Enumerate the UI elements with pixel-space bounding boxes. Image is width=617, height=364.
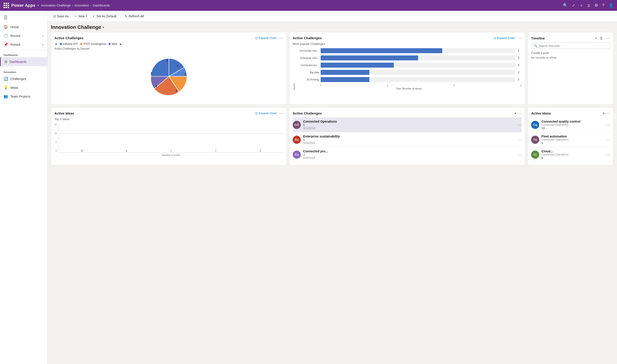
active-challenges-pie-card: Active Challenges ⊡ Expand Chart ⋯ ◄ Ind… bbox=[51, 32, 287, 104]
list-item-content: Connected quality control Connected Oper… bbox=[541, 120, 604, 130]
timeline-card: Timeline ＋ ⧖ ⋯ 🔍 Create a post No record… bbox=[528, 32, 613, 104]
list-item[interactable]: Cl Cloud... Connected Operations 6 ⋯ bbox=[531, 147, 610, 162]
card-more-icon[interactable]: ⋯ bbox=[606, 111, 610, 116]
avatar: Cl bbox=[531, 151, 539, 159]
card-header: Active Ideas ⊡ Expand Chart ⋯ bbox=[54, 111, 283, 116]
chevron-down-icon[interactable]: ▾ bbox=[603, 111, 604, 115]
legend-next-icon[interactable]: ► bbox=[119, 42, 122, 46]
avatar: Co bbox=[293, 151, 301, 159]
breadcrumb-challenge[interactable]: Innovation Challenge bbox=[41, 4, 71, 7]
add-icon[interactable]: ＋ bbox=[594, 35, 598, 41]
timeline-search-box[interactable]: 🔍 bbox=[531, 43, 610, 49]
refresh-icon: ↻ bbox=[125, 14, 127, 18]
ideas-icon: 💡 bbox=[4, 85, 8, 90]
hbar-track bbox=[321, 77, 515, 82]
app-name-chevron[interactable]: ▾ bbox=[38, 4, 39, 7]
expand-icon: ⊡ bbox=[494, 36, 496, 40]
expand-chart-button[interactable]: ⊡ Expand Chart bbox=[255, 112, 277, 115]
sidebar-item-pinned[interactable]: 📌 Pinned ▾ bbox=[0, 40, 47, 49]
item-count: 10 bbox=[541, 126, 604, 130]
challenges-list: CO Connected Operations 5 3/12/2018 ⋯ Es… bbox=[293, 117, 522, 162]
list-item[interactable]: CO Connected Operations 5 3/12/2018 ⋯ bbox=[293, 117, 522, 132]
legend-item: IT/OT convergence bbox=[80, 42, 107, 46]
save-as-button[interactable]: ⊡ Save As bbox=[51, 13, 71, 19]
check-circle-icon[interactable]: ✓ bbox=[572, 3, 575, 8]
hbar-fill bbox=[321, 70, 369, 75]
card-more-icon[interactable]: ⋯ bbox=[518, 35, 522, 40]
card-header: Active Challenges ▾ ⋯ bbox=[293, 111, 522, 116]
sidebar-item-team-projects[interactable]: 👥 Team Projects bbox=[0, 92, 47, 101]
item-count: 8 bbox=[541, 141, 604, 145]
horizontal-bar-chart: Connected Ope... 5 Enterprise sust... 4 … bbox=[296, 48, 522, 82]
sidebar-section-innovation: Innovation bbox=[0, 68, 47, 74]
card-more-icon[interactable]: ⋯ bbox=[518, 111, 522, 116]
expand-chart-button[interactable]: ⊡ Expand Chart bbox=[255, 36, 277, 40]
card-title: Active Ideas bbox=[531, 111, 602, 115]
breadcrumb-dashboards[interactable]: Dashboards bbox=[93, 4, 110, 7]
chevron-down-icon[interactable]: ▾ bbox=[515, 111, 516, 115]
toolbar: ⊡ Save As ＋ New ▾ ✓ Set As Default ↻ Ref… bbox=[47, 11, 617, 22]
breadcrumb-innovation[interactable]: Innovation bbox=[75, 4, 89, 7]
list-item-more-icon[interactable]: ⋯ bbox=[606, 152, 610, 157]
card-more-icon[interactable]: ⋯ bbox=[279, 35, 283, 40]
card-more-icon[interactable]: ⋯ bbox=[606, 36, 610, 40]
item-name: Fleet automation bbox=[541, 135, 604, 138]
list-item-more-icon[interactable]: ⋯ bbox=[518, 152, 522, 157]
checkmark-icon: ✓ bbox=[93, 14, 95, 18]
search-icon[interactable]: 🔍 bbox=[563, 3, 568, 8]
avatar: Es bbox=[293, 136, 301, 144]
sidebar-item-challenges[interactable]: 🔄 Challenges bbox=[0, 74, 47, 83]
plus-icon[interactable]: ＋ bbox=[579, 3, 583, 8]
hbar-label: Connected pro... bbox=[296, 64, 319, 66]
help-icon[interactable]: ? bbox=[602, 3, 604, 8]
item-name: Cloud... bbox=[541, 149, 604, 153]
filter-icon[interactable]: ⧖ bbox=[600, 36, 603, 40]
expand-chart-button[interactable]: ⊡ Expand Chart bbox=[494, 36, 515, 40]
card-title: Active Challenges bbox=[54, 36, 254, 40]
sidebar-item-recent[interactable]: 🕐 Recent ▾ bbox=[0, 31, 47, 40]
item-count: 6 bbox=[541, 156, 604, 160]
list-item-more-icon[interactable]: ⋯ bbox=[518, 122, 522, 127]
refresh-all-button[interactable]: ↻ Refresh All bbox=[122, 13, 146, 19]
list-item[interactable]: Cq Connected quality control Connected O… bbox=[531, 117, 610, 132]
legend-item: New bbox=[108, 42, 117, 46]
new-button[interactable]: ＋ New ▾ bbox=[72, 13, 89, 20]
list-item[interactable]: Co Connected pro... 3 4/16/2018 ⋯ bbox=[293, 147, 522, 162]
search-icon: 🔍 bbox=[534, 44, 537, 48]
chart-subtitle: Top 5 Ideas bbox=[54, 117, 283, 121]
sidebar-item-label: Recent bbox=[10, 34, 20, 38]
card-title: Active Challenges bbox=[293, 36, 492, 40]
vbar-item: 10 bbox=[60, 150, 104, 153]
user-icon[interactable]: 👤 bbox=[608, 3, 613, 8]
timeline-search-input[interactable] bbox=[539, 44, 607, 48]
sidebar-item-ideas[interactable]: 💡 Ideas bbox=[0, 83, 47, 92]
settings-icon[interactable]: ⚙ bbox=[594, 3, 598, 8]
y-axis-label: Name bbox=[293, 48, 295, 90]
vbars: 10 8 7 bbox=[59, 124, 283, 153]
set-as-default-button[interactable]: ✓ Set As Default bbox=[90, 13, 119, 19]
sidebar-menu-button[interactable]: ☰ bbox=[0, 13, 47, 23]
list-item[interactable]: Fa Fleet automation Connected Operations… bbox=[531, 132, 610, 147]
legend-dot bbox=[108, 43, 111, 45]
list-item-more-icon[interactable]: ⋯ bbox=[518, 137, 522, 142]
list-item-more-icon[interactable]: ⋯ bbox=[606, 122, 610, 127]
list-item-more-icon[interactable]: ⋯ bbox=[606, 137, 610, 142]
sidebar-item-dashboards[interactable]: ⊞ Dashboards bbox=[0, 57, 47, 66]
list-item[interactable]: Es Enterprise sustainability 4 4/16/2018… bbox=[293, 132, 522, 147]
legend-prev-icon[interactable]: ◄ bbox=[54, 42, 57, 46]
hbar-row: Connected pro... 3 bbox=[296, 63, 522, 68]
hbar-row: Connected Ope... 5 bbox=[296, 48, 522, 53]
filter-icon[interactable]: ⧖ bbox=[588, 3, 590, 8]
dashboard-title: Innovation Challenge bbox=[51, 24, 101, 30]
vbar-item: 7 bbox=[194, 150, 237, 153]
legend-dot bbox=[80, 43, 82, 45]
hbar-value: 2 bbox=[518, 78, 522, 81]
expand-icon: ⊡ bbox=[255, 36, 258, 40]
apps-grid-icon[interactable] bbox=[4, 3, 9, 8]
sidebar-item-home[interactable]: 🏠 Home bbox=[0, 23, 47, 31]
card-more-icon[interactable]: ⋯ bbox=[279, 111, 283, 116]
new-icon: ＋ bbox=[74, 14, 77, 18]
dashboard-title-chevron[interactable]: ▾ bbox=[102, 26, 104, 29]
hbar-label: 3D Printing bbox=[296, 78, 319, 81]
sidebar-item-label: Home bbox=[10, 25, 19, 29]
